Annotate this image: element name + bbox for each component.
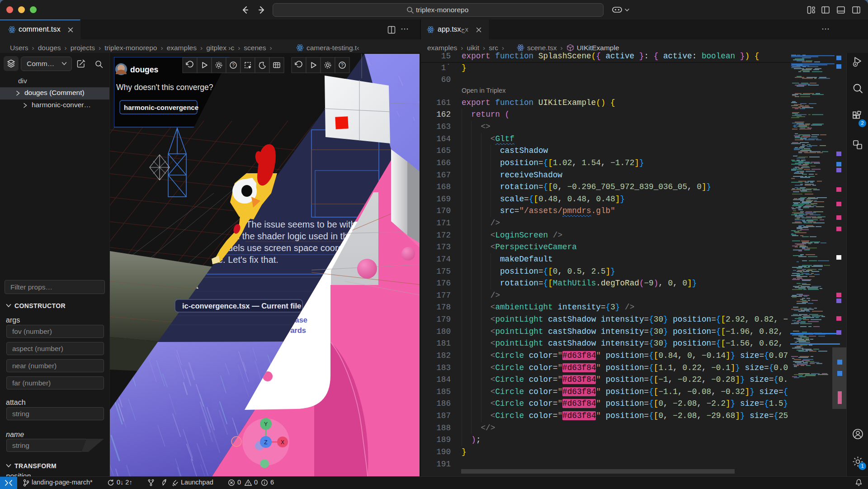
svg-text:X: X — [281, 439, 284, 446]
svg-text:douges: douges — [130, 65, 158, 74]
svg-text:Why doesn't this converge?: Why doesn't this converge? — [116, 83, 213, 92]
svg-text:harmonic-convergence: harmonic-convergence — [124, 104, 198, 111]
svg-text:?: ? — [232, 63, 235, 68]
svg-text:?: ? — [341, 62, 344, 68]
svg-text:ards: ards — [290, 326, 306, 334]
svg-text:t. The issue seems to be with: t. The issue seems to be with th — [239, 219, 366, 229]
svg-text:Z: Z — [264, 439, 267, 446]
svg-text:Y: Y — [264, 421, 268, 427]
svg-text:odels use screen space coordin: odels use screen space coordin — [223, 243, 350, 253]
svg-text:nd the shader logic used in th: nd the shader logic used in the — [230, 231, 353, 241]
svg-text:ic-convergence.tsx — Current f: ic-convergence.tsx — Current file — [182, 302, 301, 310]
